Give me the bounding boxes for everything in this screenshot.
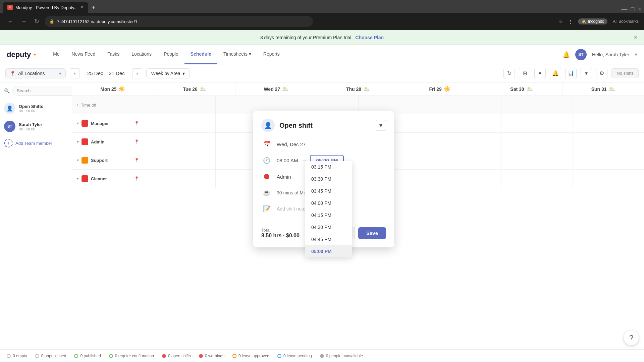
nav-right: 🔔 ST Hello, Sarah Tyler ▾ <box>562 49 637 60</box>
bookmarks-label: All Bookmarks <box>613 19 639 24</box>
manager-cell-fri[interactable]: + <box>430 114 501 132</box>
admin-cell-mon[interactable]: + <box>144 133 216 151</box>
banner-close-button[interactable]: × <box>634 34 637 41</box>
panel-avatar-icon: 👤 <box>261 119 275 132</box>
timeoff-label: › Time off <box>72 96 144 114</box>
nav-item-news-feed[interactable]: News Feed <box>66 45 102 64</box>
support-cell-fri[interactable]: + <box>430 151 501 169</box>
timeoff-expand-icon[interactable]: › <box>77 103 78 107</box>
unavailable-dot <box>320 354 324 358</box>
clock-icon: 🕐 <box>261 155 272 166</box>
next-week-button[interactable]: › <box>132 68 142 78</box>
time-option-0315[interactable]: 03:15 PM <box>305 161 352 173</box>
manager-dot <box>82 120 88 127</box>
timeoff-cell-sat[interactable]: + <box>501 96 573 114</box>
chart-dropdown-button[interactable]: ▾ <box>581 68 592 79</box>
admin-cell-sun[interactable]: + <box>573 133 644 151</box>
manager-cell-sat[interactable]: + <box>501 114 573 132</box>
refresh-button[interactable]: ↻ <box>503 68 515 79</box>
support-cell-sun[interactable]: + <box>573 151 644 169</box>
time-option-0500[interactable]: 05:00 PM <box>305 245 352 257</box>
tab-close-button[interactable]: × <box>80 4 83 10</box>
time-option-0445[interactable]: 04:45 PM <box>305 233 352 245</box>
nav-item-timesheets[interactable]: Timesheets ▾ <box>217 45 257 64</box>
day-header-tue: Tue 26 🌥️ <box>154 82 236 96</box>
nav-item-locations[interactable]: Locations <box>125 45 158 64</box>
cleaner-cell-fri[interactable]: + <box>430 170 501 188</box>
cleaner-area-label: Cleaner <box>91 176 131 181</box>
save-button[interactable]: Save <box>358 227 386 239</box>
minimize-button[interactable]: — <box>622 6 628 13</box>
panel-date: Wed, Dec 27 <box>277 141 306 147</box>
time-option-0400[interactable]: 04:00 PM <box>305 197 352 209</box>
cleaner-cell-sat[interactable]: + <box>501 170 573 188</box>
timeoff-cell-sun[interactable]: + <box>573 96 644 114</box>
manager-collapse-icon[interactable]: ▾ <box>77 121 79 126</box>
admin-cell-sat[interactable]: + <box>501 133 573 151</box>
cleaner-collapse-icon[interactable]: ▾ <box>77 176 79 181</box>
support-area-label: Support <box>91 158 131 163</box>
user-dropdown-icon[interactable]: ▾ <box>635 51 637 58</box>
time-option-0430[interactable]: 04:30 PM <box>305 221 352 233</box>
manager-cell-sun[interactable]: + <box>573 114 644 132</box>
support-dot <box>82 157 88 164</box>
cleaner-cell-sun[interactable]: + <box>573 170 644 188</box>
add-member-icon: + <box>4 139 13 147</box>
nav-item-me[interactable]: Me <box>47 45 65 64</box>
sidebar-person-sarah[interactable]: ST Sarah Tyler 0h · $0.00 <box>0 117 72 135</box>
location-pin-icon: 📍 <box>10 71 15 76</box>
nav-item-tasks[interactable]: Tasks <box>101 45 125 64</box>
expand-button[interactable]: ▾ <box>534 68 546 79</box>
bell-icon-button[interactable]: 🔔 <box>550 68 561 79</box>
add-member-label: Add Team member <box>15 141 52 146</box>
back-button[interactable]: ← <box>5 17 15 26</box>
add-team-member-button[interactable]: + Add Team member <box>0 135 72 151</box>
admin-collapse-icon[interactable]: ▾ <box>77 139 79 144</box>
maximize-button[interactable]: □ <box>631 6 635 13</box>
location-dropdown-icon: ▾ <box>59 71 61 76</box>
cleaner-cell-mon[interactable]: + <box>144 170 216 188</box>
search-input[interactable] <box>12 86 77 96</box>
support-collapse-icon[interactable]: ▾ <box>77 158 79 163</box>
location-select[interactable]: 📍 All Locations ▾ <box>5 68 66 78</box>
confirm-label: 0 require confirmation <box>115 354 154 358</box>
panel-dropdown-button[interactable]: ▾ <box>376 120 386 131</box>
forward-button[interactable]: → <box>19 17 29 26</box>
open-shifts-info: Open Shifts 0h · $0.00 <box>19 104 68 113</box>
notifications-button[interactable]: 🔔 <box>562 51 570 58</box>
panel-note-placeholder[interactable]: Add shift note... <box>277 206 309 212</box>
chart-button[interactable]: 📊 <box>565 68 577 79</box>
week-view-select[interactable]: Week by Area ▾ <box>146 68 190 78</box>
support-cell-mon[interactable]: + <box>144 151 216 169</box>
nav-item-reports[interactable]: Reports <box>257 45 286 64</box>
panel-total-value: 8.50 hrs · $0.00 <box>261 233 300 239</box>
timeoff-cell-mon[interactable]: + <box>144 96 216 114</box>
sat-weather-icon: 🌥️ <box>526 86 533 92</box>
support-cell-sat[interactable]: + <box>501 151 573 169</box>
close-button[interactable]: × <box>638 6 641 13</box>
sidebar-person-open-shifts[interactable]: 👤 Open Shifts 0h · $0.00 <box>0 99 72 117</box>
grid-toggle-button[interactable]: ⊞ <box>519 68 530 79</box>
time-option-0345[interactable]: 03:45 PM <box>305 185 352 197</box>
tab-favicon: M <box>7 5 13 10</box>
help-button[interactable]: ? <box>624 330 639 345</box>
open-shifts-dot <box>162 354 166 358</box>
url-text: 7cf47d19112152.na.deputy.com/#roster/1 <box>57 19 138 24</box>
prev-week-button[interactable]: ‹ <box>70 68 80 78</box>
settings-button[interactable]: ⚙ <box>596 68 607 79</box>
active-tab[interactable]: M Moodjoy - Powered By Deputy... × <box>3 2 88 13</box>
manager-cell-mon[interactable]: + <box>144 114 216 132</box>
bookmark-star-icon[interactable]: ☆ <box>559 19 563 24</box>
time-option-0330[interactable]: 03:30 PM <box>305 173 352 185</box>
browser-menu-icon[interactable]: ⋮ <box>568 19 573 24</box>
new-tab-button[interactable]: + <box>89 2 98 13</box>
time-option-0415[interactable]: 04:15 PM <box>305 209 352 221</box>
address-bar[interactable]: 🔒 7cf47d19112152.na.deputy.com/#roster/1 <box>45 16 313 27</box>
calendar-icon: 📅 <box>261 139 272 149</box>
nav-item-schedule[interactable]: Schedule <box>184 45 217 64</box>
timeoff-cell-fri[interactable]: + <box>430 96 501 114</box>
banner-cta[interactable]: Choose Plan <box>355 35 384 40</box>
admin-cell-fri[interactable]: + <box>430 133 501 151</box>
reload-button[interactable]: ↻ <box>32 16 41 26</box>
nav-item-people[interactable]: People <box>158 45 184 64</box>
